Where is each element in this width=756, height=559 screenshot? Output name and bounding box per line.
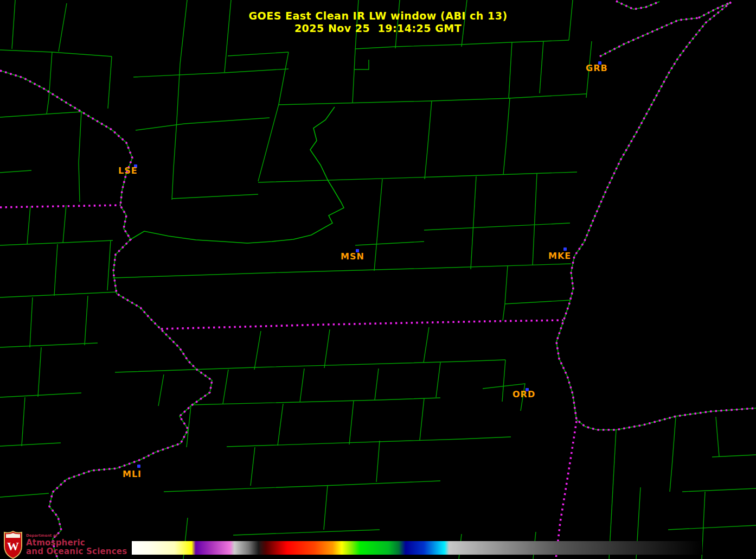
state-border-dots-layer [0, 1, 756, 559]
mn-ia-state-border [0, 205, 120, 207]
wisconsin-river-line [131, 107, 344, 243]
crest-letter: W [7, 539, 19, 553]
map-overlay [0, 0, 756, 559]
image-title: GOES East Clean IR LW window (ABI ch 13)… [0, 10, 756, 35]
title-line-1: GOES East Clean IR LW window (ABI ch 13) [248, 10, 507, 22]
satellite-image-viewport: LSEGRBMSNMKEORDMLI GOES East Clean IR LW… [0, 0, 756, 559]
station-label-msn: MSN [341, 251, 364, 262]
uw-crest-icon: W [3, 531, 23, 559]
station-label-lse: LSE [118, 166, 138, 176]
ir-temperature-colorbar [132, 541, 702, 555]
aos-logo: W Department of Atmospheric and Oceanic … [3, 531, 128, 559]
bay-north-shoreline-border [616, 1, 659, 9]
river-shoreline-layer [0, 1, 756, 559]
logo-dept-line: Department of [26, 534, 127, 538]
station-dot-mli [137, 465, 140, 468]
logo-name-line-2: and Oceanic Sciences [26, 548, 127, 556]
station-label-mli: MLI [123, 469, 142, 479]
station-label-ord: ORD [512, 389, 535, 399]
station-label-mke: MKE [548, 251, 571, 261]
il-in-state-border [556, 421, 576, 559]
logo-text: Department of Atmospheric and Oceanic Sc… [26, 534, 127, 556]
logo-name-line-1: Atmospheric [26, 539, 127, 547]
bay-north-shoreline-line [616, 1, 659, 9]
county-boundaries-layer [0, 0, 756, 559]
station-label-grb: GRB [586, 63, 608, 73]
title-line-2: 2025 Nov 25 19:14:25 GMT [294, 22, 462, 34]
wi-il-state-border [161, 320, 563, 329]
